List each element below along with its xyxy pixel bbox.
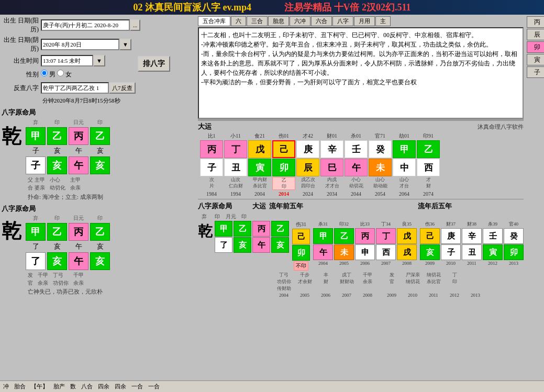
lunar-date-input[interactable] xyxy=(41,39,119,50)
birth-time-input[interactable] xyxy=(41,55,93,66)
dayun2-dz: 卯 xyxy=(292,245,310,261)
dayun-title: 大运 xyxy=(198,122,271,131)
pillar1-header: 弃 xyxy=(33,119,38,126)
tab-wuhechongku[interactable]: 五合冲库 xyxy=(198,16,230,26)
right-panel: 五合冲库 六 三合 胎息 六冲 六合 八字 月用 主 十二友相，也叫十二友明王，… xyxy=(196,15,525,380)
birth-date-input[interactable] xyxy=(41,19,130,31)
pillar2-4-header: 印 xyxy=(97,215,103,222)
sub2-info-3: 丁弓功切你 xyxy=(53,271,69,287)
dayun-tg-6: 壬 xyxy=(345,140,368,158)
bb-7: 四余 xyxy=(115,383,126,390)
ln2-yr-3: 2012 xyxy=(483,261,503,266)
sub3-3: 戌丁财财动 xyxy=(337,272,357,292)
ln2-dz-4: 卯 xyxy=(504,244,524,260)
dayun-tg-7: 癸 xyxy=(369,140,392,158)
fate-note2: 亡神失已，功弄已孜，元欣朴 xyxy=(28,288,195,296)
dayun-dz-3: 卯 xyxy=(272,159,295,176)
b2-tg-3: 丙 xyxy=(252,221,270,237)
bazi-chart-title: 八字原命局 xyxy=(2,108,195,117)
dizhi2-label-1: 了 xyxy=(32,242,39,251)
ln2-tg-1: 庚 xyxy=(441,228,461,244)
dayun2-title: 大运 xyxy=(252,201,266,220)
ln-age-1: 印32 xyxy=(334,221,354,228)
age-4: 才42 xyxy=(296,132,319,140)
year-0: 1984 xyxy=(200,191,223,197)
sub-info-2: 小心幼切化 xyxy=(50,176,65,192)
dizhi2-cell-3: 午 xyxy=(69,252,88,270)
age-0: 比1 xyxy=(200,132,223,140)
bb-0: 冲 xyxy=(3,383,9,390)
ln-yr-4: 2008 xyxy=(397,261,417,266)
year-9: 2074 xyxy=(417,191,440,197)
sub2-info-2: 千甲余亲 xyxy=(38,271,48,287)
time-dropdown-btn[interactable]: ▼ xyxy=(93,55,105,66)
ln2-tg-2: 辛 xyxy=(462,228,482,244)
gender-female[interactable]: 女 xyxy=(57,70,72,79)
tab-taixi[interactable]: 胎息 xyxy=(268,16,289,26)
gz-1: 丙 xyxy=(527,16,544,28)
gender-male[interactable]: 男 xyxy=(41,70,55,79)
bazi-label: 反查八字 xyxy=(2,84,41,93)
text-display: 十二友相，也叫十二友明王，印子未初守、丑下柯守、巳已柯守、00反柯守、中京相领、… xyxy=(198,27,524,119)
year-4: 2024 xyxy=(296,191,319,197)
birth-date-picker-btn[interactable]: ... xyxy=(130,19,140,31)
dayun-dz-8: 中 xyxy=(393,159,416,176)
ln-tg-0: 甲 xyxy=(313,228,333,244)
ln2-age-0: 伤36 xyxy=(420,221,440,228)
bb-4: 数 xyxy=(70,383,76,390)
qian-char: 乾 xyxy=(2,123,21,150)
pillar2-3-header: 日元 xyxy=(73,215,84,222)
tab-liuhe[interactable]: 六合 xyxy=(311,16,332,26)
software-title: 沐真命理八字软件 xyxy=(274,123,524,131)
lunar-dropdown-btn[interactable]: ▼ xyxy=(119,39,131,50)
ln2-yr-2: 2011 xyxy=(462,261,482,266)
timestamp: 分钟2020年8月7日8时15分58秒 xyxy=(2,97,195,105)
ln-yr-3: 2007 xyxy=(376,261,396,266)
bb-3: 胎产 xyxy=(53,383,65,390)
ln-dz-3: 西 xyxy=(376,244,396,260)
ln-dz-2: 申 xyxy=(355,244,375,260)
bb-6: 四余 xyxy=(98,383,109,390)
tab-liuchong[interactable]: 六冲 xyxy=(290,16,310,26)
tab-sanhe[interactable]: 三合 xyxy=(247,16,268,26)
pillar2-header: 印 xyxy=(54,119,60,126)
tab-liu[interactable]: 六 xyxy=(231,16,246,26)
tab-yueyong[interactable]: 月用 xyxy=(354,16,375,26)
ln2-age-2: 财38 xyxy=(462,221,482,228)
ln2-dz-2: 丑 xyxy=(462,244,482,260)
ln-yr-2: 2006 xyxy=(355,261,375,266)
tiangan-4: 乙 xyxy=(90,127,110,145)
dayun-sub-6: 小心幼切花 xyxy=(345,177,368,190)
dizhi-cell-2: 亥 xyxy=(47,156,67,174)
dayun-dz-7: 未 xyxy=(369,159,392,176)
fancha-btn[interactable]: 八7反查 xyxy=(109,82,136,94)
ln-tg-4: 戊 xyxy=(397,228,417,244)
tab-bazi[interactable]: 八字 xyxy=(332,16,353,26)
sub3-1: 千步才余财 xyxy=(295,272,315,292)
gz-5: 卯 xyxy=(527,41,544,53)
dayun-tg-9: 乙 xyxy=(417,140,440,158)
dizhi-label-3: 午 xyxy=(75,146,82,155)
sub3-6: 尸深亲纳切花 xyxy=(403,272,423,292)
bazi-input[interactable] xyxy=(41,82,109,94)
dayun-sub-8: 山心才台 xyxy=(393,177,416,190)
main-content: 出生 日期(阳历) ... 出生 日期(阴历) ▼ 出生时间 ▼ xyxy=(0,15,544,380)
pillar4-header: 印 xyxy=(97,119,103,126)
yr2-0: 2004 xyxy=(274,293,294,298)
bazi2-section-title: 八字原命局 xyxy=(198,201,250,211)
dizhi-label-4: 亥 xyxy=(97,146,104,155)
dayun-dz-1: 丑 xyxy=(224,159,247,176)
bottom-bar: 冲 胎合 【午】 胎产 数 八合 四余 四余 一合 一合 xyxy=(0,380,544,392)
app-window: 02 沐真民间盲派八字 ev.mp4 注易学精品 十V倍 2汉02幻.511 出… xyxy=(0,0,544,392)
b2-tg-1: 甲 xyxy=(215,221,232,237)
tab-zhu[interactable]: 主 xyxy=(375,16,391,26)
age-8: 劫01 xyxy=(393,132,416,140)
ln-age-3: 丁34 xyxy=(376,221,396,228)
dizhi-cell-3: 午 xyxy=(69,156,88,174)
dayun-tg-1: 丁 xyxy=(224,140,247,158)
ln-tg-1: 乙 xyxy=(334,228,354,244)
dayun2-tg: 己 xyxy=(292,229,310,244)
sub3-0: 丁弓功切你 传财助 xyxy=(274,272,294,292)
paibazi-btn[interactable]: 排八字 xyxy=(138,56,170,72)
dayun-sub-7: 山心助动能 xyxy=(369,177,392,190)
